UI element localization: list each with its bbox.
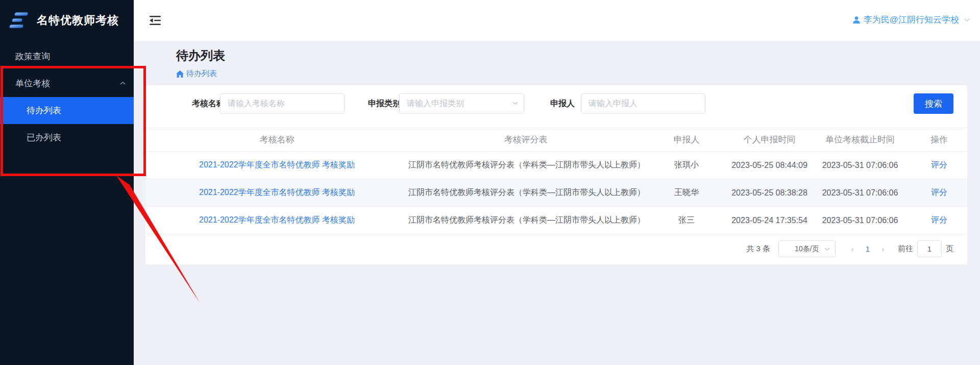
- applicant-cell: 张三: [643, 207, 730, 234]
- score-form-cell: 江阴市名特优教师考核评分表（学科类—江阴市带头人以上教师）: [408, 152, 643, 179]
- score-form-cell: 江阴市名特优教师考核评分表（学科类—江阴市带头人以上教师）: [408, 207, 643, 234]
- table-row: 2021-2022学年度全市名特优教师 考核奖励 江阴市名特优教师考核评分表（学…: [145, 179, 967, 207]
- col-header-deadline: 单位考核截止时间: [809, 128, 911, 152]
- assessment-name-link[interactable]: 2021-2022学年度全市名特优教师 考核奖励: [199, 160, 355, 169]
- assessment-name-link[interactable]: 2021-2022学年度全市名特优教师 考核奖励: [199, 215, 355, 224]
- home-icon: [176, 70, 184, 78]
- search-form: 考核名称 申报类别 申报人 搜索: [145, 93, 967, 114]
- todo-table: 考核名称 考核评分表 申报人 个人申报时间 单位考核截止时间 操作 2021-2…: [145, 128, 967, 234]
- sidebar: 名特优教师考核 政策查询 单位考核 待办列表 已办列表: [0, 0, 134, 365]
- pagination: 共 3 条 10条/页 ‹ 1 › 前往 页: [746, 240, 953, 257]
- apply-time-cell: 2023-05-24 17:35:54: [730, 207, 809, 234]
- sidebar-item-todo-list[interactable]: 待办列表: [0, 97, 134, 124]
- col-header-score-form: 考核评分表: [408, 128, 643, 152]
- main-content: 待办列表 待办列表 考核名称 申报类别 申报人: [134, 41, 980, 365]
- assessment-name-input[interactable]: [220, 93, 345, 114]
- col-header-applicant: 申报人: [643, 128, 730, 152]
- field-label-applicant: 申报人: [550, 93, 575, 114]
- deadline-cell: 2023-05-31 07:06:06: [809, 207, 911, 234]
- user-name: 李为民@江阴行知云学校: [864, 14, 959, 26]
- page-title: 待办列表: [176, 47, 225, 64]
- table-row: 2021-2022学年度全市名特优教师 考核奖励 江阴市名特优教师考核评分表（学…: [145, 152, 967, 179]
- apply-type-select-input[interactable]: [399, 93, 524, 114]
- user-icon: [852, 16, 861, 24]
- col-header-apply-time: 个人申报时间: [730, 128, 809, 152]
- search-button[interactable]: 搜索: [914, 93, 953, 114]
- applicant-cell: 王晓华: [643, 179, 730, 207]
- col-header-assessment-name: 考核名称: [145, 128, 408, 152]
- breadcrumb[interactable]: 待办列表: [176, 69, 217, 79]
- brand-icon: [9, 11, 31, 30]
- deadline-cell: 2023-05-31 07:06:06: [809, 179, 911, 207]
- goto-page-input[interactable]: [917, 240, 942, 257]
- breadcrumb-item: 待办列表: [186, 69, 217, 79]
- user-menu[interactable]: 李为民@江阴行知云学校: [852, 14, 970, 26]
- deadline-cell: 2023-05-31 07:06:06: [809, 152, 911, 179]
- topbar: 李为民@江阴行知云学校: [134, 0, 980, 41]
- applicant-cell: 张琪小: [643, 152, 730, 179]
- score-action-link[interactable]: 评分: [931, 188, 947, 197]
- assessment-name-link[interactable]: 2021-2022学年度全市名特优教师 考核奖励: [199, 188, 355, 197]
- table-header-row: 考核名称 考核评分表 申报人 个人申报时间 单位考核截止时间 操作: [145, 128, 967, 152]
- prev-page-button[interactable]: ‹: [845, 245, 860, 253]
- chevron-down-icon: [964, 18, 970, 22]
- score-action-link[interactable]: 评分: [931, 160, 947, 169]
- chevron-up-icon: [120, 81, 126, 85]
- field-label-apply-type: 申报类别: [368, 93, 401, 114]
- table-row: 2021-2022学年度全市名特优教师 考核奖励 江阴市名特优教师考核评分表（学…: [145, 207, 967, 234]
- apply-time-cell: 2023-05-25 08:44:09: [730, 152, 809, 179]
- sidebar-menu: 政策查询 单位考核 待办列表 已办列表: [0, 41, 134, 151]
- sidebar-item-policy[interactable]: 政策查询: [0, 43, 134, 70]
- app-logo: 名特优教师考核: [0, 0, 134, 41]
- app-title: 名特优教师考核: [37, 13, 119, 28]
- goto-unit-label: 页: [946, 244, 953, 254]
- goto-label: 前往: [898, 244, 913, 254]
- sidebar-collapse-icon[interactable]: [150, 15, 161, 26]
- sidebar-item-done-list[interactable]: 已办列表: [0, 124, 134, 151]
- app-window: 名特优教师考核 政策查询 单位考核 待办列表 已办列表: [0, 0, 980, 365]
- apply-time-cell: 2023-05-25 08:38:28: [730, 179, 809, 207]
- chevron-down-icon: [824, 247, 830, 251]
- next-page-button[interactable]: ›: [875, 245, 891, 253]
- apply-type-select[interactable]: [399, 93, 524, 114]
- applicant-input[interactable]: [581, 93, 705, 114]
- todo-card: 考核名称 申报类别 申报人 搜索: [145, 85, 967, 264]
- page-number-1[interactable]: 1: [860, 245, 875, 253]
- page-size-select[interactable]: 10条/页: [778, 240, 836, 257]
- pagination-total: 共 3 条: [746, 244, 770, 254]
- score-form-cell: 江阴市名特优教师考核评分表（学科类—江阴市带头人以上教师）: [408, 179, 643, 207]
- sidebar-item-unit-assessment[interactable]: 单位考核: [0, 70, 134, 97]
- score-action-link[interactable]: 评分: [931, 215, 947, 224]
- col-header-actions: 操作: [911, 128, 967, 152]
